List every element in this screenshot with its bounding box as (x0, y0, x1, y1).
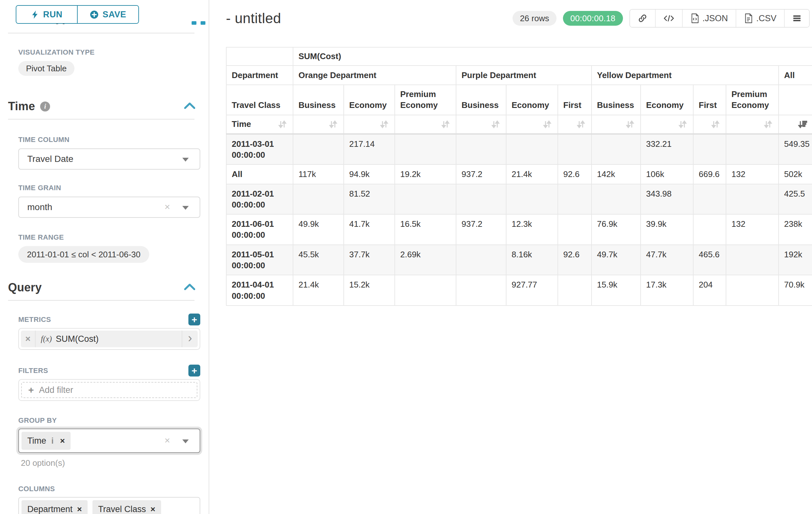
pivot-column-sort[interactable] (558, 115, 591, 134)
pivot-column-sort[interactable] (779, 115, 812, 134)
pivot-row-header: 2011-04-01 00:00:00 (226, 275, 293, 305)
pivot-data-row: 2011-05-01 00:00:0045.5k37.7k2.69k8.16k9… (226, 245, 812, 275)
filters-label: FILTERS (18, 367, 48, 375)
pivot-column-sort[interactable] (344, 115, 395, 134)
columns-tag[interactable]: Travel Class × (92, 500, 161, 514)
pivot-column-sort[interactable] (591, 115, 641, 134)
section-divider (8, 300, 195, 301)
pivot-column-sort[interactable] (395, 115, 456, 134)
pivot-cell (726, 184, 779, 215)
pivot-cell: 217.14 (344, 134, 395, 165)
time-column-select[interactable]: Travel Date (18, 148, 200, 170)
export-csv-button[interactable]: .CSV (735, 10, 784, 27)
time-grain-select[interactable]: month × (18, 197, 200, 218)
chevron-right-icon[interactable]: › (182, 330, 198, 347)
menu-button[interactable] (784, 10, 809, 27)
pivot-class-header: Economy (641, 85, 693, 115)
pivot-cell: 142k (591, 164, 641, 184)
pivot-cell (456, 275, 506, 305)
chart-panel: - untitled 26 rows 00:00:00.18 (209, 0, 812, 514)
copy-link-button[interactable] (630, 10, 655, 27)
pivot-cell: 343.98 (641, 184, 693, 215)
pivot-cell: 332.21 (641, 134, 693, 165)
pivot-column-sort[interactable] (456, 115, 506, 134)
chart-title[interactable]: - untitled (226, 10, 281, 26)
group-by-tag[interactable]: Time i × (22, 432, 70, 450)
add-metric-button[interactable]: + (188, 314, 200, 325)
run-button[interactable]: RUN (17, 6, 77, 23)
sort-icon (490, 119, 501, 130)
pivot-column-sort[interactable] (641, 115, 693, 134)
pivot-cell: 70.9k (779, 275, 812, 305)
group-by-select[interactable]: Time i × × (18, 429, 200, 453)
pivot-cell (395, 184, 456, 215)
pivot-cell: 937.2 (456, 164, 506, 184)
pivot-data-row: All117k94.9k19.2k937.221.4k92.6142k106k6… (226, 164, 812, 184)
metric-pill[interactable]: × f(x) SUM(Cost) › (21, 330, 198, 347)
pivot-cell (293, 184, 344, 215)
pivot-cell (591, 184, 641, 215)
pivot-cell: 8.16k (506, 245, 558, 275)
pivot-class-header: Economy (506, 85, 558, 115)
pivot-cell: 132 (726, 214, 779, 245)
metrics-label: METRICS (18, 316, 51, 324)
pivot-cell: 204 (693, 275, 726, 305)
collapse-chevron-up-icon[interactable] (184, 103, 195, 110)
pivot-cell (395, 275, 456, 305)
sort-icon (677, 119, 688, 130)
pivot-cell: 12.3k (506, 214, 558, 245)
remove-tag-icon[interactable]: × (77, 504, 82, 514)
pivot-cell: 21.4k (506, 164, 558, 184)
lightning-bolt-icon (31, 10, 39, 19)
time-range-pill[interactable]: 2011-01-01 ≤ col < 2011-06-30 (18, 246, 149, 263)
time-range-label: TIME RANGE (18, 233, 200, 242)
pivot-cell: 81.52 (344, 184, 395, 215)
pivot-cell: 927.77 (506, 275, 558, 305)
pivot-data-row: 2011-06-01 00:00:0049.9k41.7k16.5k937.21… (226, 214, 812, 245)
save-button[interactable]: SAVE (77, 6, 138, 23)
clear-icon[interactable]: × (164, 435, 170, 446)
pivot-cell: 39.9k (641, 214, 693, 245)
code-icon (663, 14, 674, 23)
pivot-row-header: 2011-03-01 00:00:00 (226, 134, 293, 165)
pivot-table: SUM(Cost)DepartmentOrange DepartmentPurp… (226, 47, 812, 306)
export-json-button[interactable]: .JSON (682, 10, 736, 27)
pivot-group-header: All (779, 65, 812, 85)
pivot-cell: 425.5 (779, 184, 812, 215)
sort-icon (625, 119, 635, 130)
pivot-class-header: Business (293, 85, 344, 115)
pivot-cell (506, 184, 558, 215)
tag-info-icon: i (51, 436, 54, 445)
pivot-class-header: Premium Economy (726, 85, 779, 115)
query-section-header: Query (8, 281, 200, 294)
embed-code-button[interactable] (655, 10, 682, 27)
info-icon: i (40, 102, 50, 111)
remove-tag-icon[interactable]: × (60, 436, 65, 446)
plus-icon: + (28, 384, 34, 396)
add-filter-plus-button[interactable]: + (188, 364, 200, 377)
columns-select[interactable]: Department × Travel Class × × (18, 497, 200, 514)
pivot-column-sort[interactable] (693, 115, 726, 134)
pivot-data-row: 2011-04-01 00:00:0021.4k15.2k927.7715.9k… (226, 275, 812, 305)
remove-tag-icon[interactable]: × (150, 504, 155, 514)
add-filter-button[interactable]: + Add filter (21, 382, 197, 398)
pivot-column-sort[interactable] (293, 115, 344, 134)
export-button-group: .JSON .CSV (629, 9, 810, 28)
pivot-cell: 15.2k (344, 275, 395, 305)
pivot-row-dimension-sort[interactable]: Time (226, 115, 293, 134)
pivot-class-header: First (558, 85, 591, 115)
remove-metric-icon[interactable]: × (21, 330, 36, 347)
hamburger-menu-icon (792, 15, 802, 22)
columns-tag[interactable]: Department × (22, 500, 88, 514)
pivot-column-sort[interactable] (726, 115, 779, 134)
sort-icon (576, 119, 586, 130)
collapse-chevron-up-icon[interactable] (184, 284, 195, 291)
pivot-cell: 76.9k (591, 214, 641, 245)
viz-type-pill[interactable]: Pivot Table (18, 61, 75, 76)
time-section-header: Time i (8, 100, 200, 113)
clear-icon[interactable]: × (164, 201, 170, 212)
pivot-column-sort[interactable] (506, 115, 558, 134)
pivot-cell: 106k (641, 164, 693, 184)
pivot-table-container: SUM(Cost)DepartmentOrange DepartmentPurp… (226, 47, 812, 306)
section-divider (8, 33, 195, 33)
